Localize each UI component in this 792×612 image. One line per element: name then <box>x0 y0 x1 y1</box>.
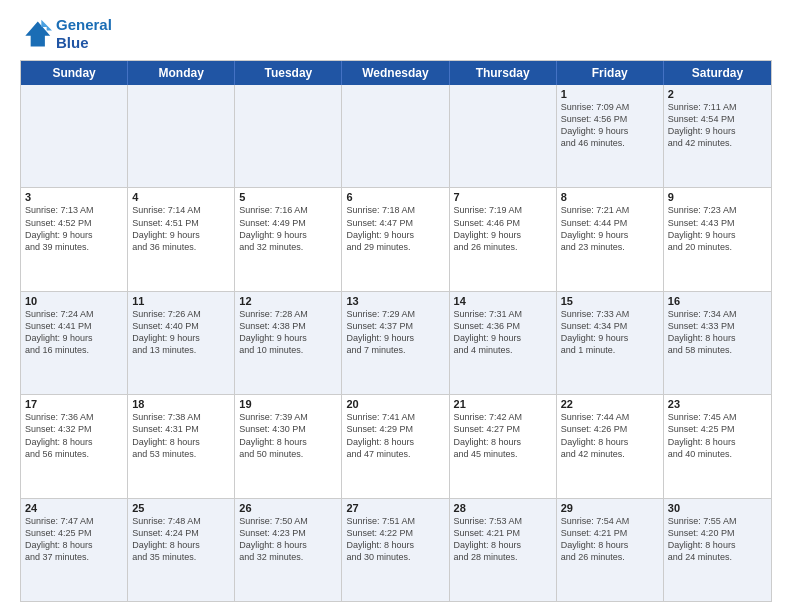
day-info: Sunrise: 7:19 AMSunset: 4:46 PMDaylight:… <box>454 204 552 253</box>
day-number: 23 <box>668 398 767 410</box>
day-info: Sunrise: 7:13 AMSunset: 4:52 PMDaylight:… <box>25 204 123 253</box>
day-cell-24: 24Sunrise: 7:47 AMSunset: 4:25 PMDayligh… <box>21 499 128 601</box>
empty-cell <box>128 85 235 187</box>
day-number: 25 <box>132 502 230 514</box>
day-info: Sunrise: 7:21 AMSunset: 4:44 PMDaylight:… <box>561 204 659 253</box>
header-day-monday: Monday <box>128 61 235 85</box>
day-info: Sunrise: 7:14 AMSunset: 4:51 PMDaylight:… <box>132 204 230 253</box>
day-info: Sunrise: 7:53 AMSunset: 4:21 PMDaylight:… <box>454 515 552 564</box>
header-day-sunday: Sunday <box>21 61 128 85</box>
day-number: 20 <box>346 398 444 410</box>
day-number: 12 <box>239 295 337 307</box>
empty-cell <box>342 85 449 187</box>
day-info: Sunrise: 7:36 AMSunset: 4:32 PMDaylight:… <box>25 411 123 460</box>
calendar-header: SundayMondayTuesdayWednesdayThursdayFrid… <box>21 61 771 85</box>
day-number: 29 <box>561 502 659 514</box>
day-number: 28 <box>454 502 552 514</box>
day-number: 4 <box>132 191 230 203</box>
day-info: Sunrise: 7:29 AMSunset: 4:37 PMDaylight:… <box>346 308 444 357</box>
day-info: Sunrise: 7:55 AMSunset: 4:20 PMDaylight:… <box>668 515 767 564</box>
day-cell-20: 20Sunrise: 7:41 AMSunset: 4:29 PMDayligh… <box>342 395 449 497</box>
day-cell-7: 7Sunrise: 7:19 AMSunset: 4:46 PMDaylight… <box>450 188 557 290</box>
day-info: Sunrise: 7:48 AMSunset: 4:24 PMDaylight:… <box>132 515 230 564</box>
day-info: Sunrise: 7:09 AMSunset: 4:56 PMDaylight:… <box>561 101 659 150</box>
header-day-wednesday: Wednesday <box>342 61 449 85</box>
day-info: Sunrise: 7:47 AMSunset: 4:25 PMDaylight:… <box>25 515 123 564</box>
day-cell-21: 21Sunrise: 7:42 AMSunset: 4:27 PMDayligh… <box>450 395 557 497</box>
day-info: Sunrise: 7:38 AMSunset: 4:31 PMDaylight:… <box>132 411 230 460</box>
day-info: Sunrise: 7:39 AMSunset: 4:30 PMDaylight:… <box>239 411 337 460</box>
day-info: Sunrise: 7:34 AMSunset: 4:33 PMDaylight:… <box>668 308 767 357</box>
day-info: Sunrise: 7:23 AMSunset: 4:43 PMDaylight:… <box>668 204 767 253</box>
day-cell-3: 3Sunrise: 7:13 AMSunset: 4:52 PMDaylight… <box>21 188 128 290</box>
day-cell-19: 19Sunrise: 7:39 AMSunset: 4:30 PMDayligh… <box>235 395 342 497</box>
day-number: 1 <box>561 88 659 100</box>
day-cell-8: 8Sunrise: 7:21 AMSunset: 4:44 PMDaylight… <box>557 188 664 290</box>
day-cell-22: 22Sunrise: 7:44 AMSunset: 4:26 PMDayligh… <box>557 395 664 497</box>
day-cell-11: 11Sunrise: 7:26 AMSunset: 4:40 PMDayligh… <box>128 292 235 394</box>
day-info: Sunrise: 7:42 AMSunset: 4:27 PMDaylight:… <box>454 411 552 460</box>
logo-icon <box>20 18 52 50</box>
logo: General Blue <box>20 16 112 52</box>
day-cell-5: 5Sunrise: 7:16 AMSunset: 4:49 PMDaylight… <box>235 188 342 290</box>
empty-cell <box>235 85 342 187</box>
day-number: 6 <box>346 191 444 203</box>
day-number: 27 <box>346 502 444 514</box>
day-cell-16: 16Sunrise: 7:34 AMSunset: 4:33 PMDayligh… <box>664 292 771 394</box>
day-number: 13 <box>346 295 444 307</box>
day-number: 10 <box>25 295 123 307</box>
header-day-friday: Friday <box>557 61 664 85</box>
day-cell-26: 26Sunrise: 7:50 AMSunset: 4:23 PMDayligh… <box>235 499 342 601</box>
day-info: Sunrise: 7:26 AMSunset: 4:40 PMDaylight:… <box>132 308 230 357</box>
header: General Blue <box>20 16 772 52</box>
day-number: 22 <box>561 398 659 410</box>
week-row-5: 24Sunrise: 7:47 AMSunset: 4:25 PMDayligh… <box>21 498 771 601</box>
day-info: Sunrise: 7:18 AMSunset: 4:47 PMDaylight:… <box>346 204 444 253</box>
day-number: 17 <box>25 398 123 410</box>
day-number: 7 <box>454 191 552 203</box>
day-info: Sunrise: 7:41 AMSunset: 4:29 PMDaylight:… <box>346 411 444 460</box>
empty-cell <box>450 85 557 187</box>
calendar: SundayMondayTuesdayWednesdayThursdayFrid… <box>20 60 772 602</box>
day-info: Sunrise: 7:45 AMSunset: 4:25 PMDaylight:… <box>668 411 767 460</box>
day-cell-14: 14Sunrise: 7:31 AMSunset: 4:36 PMDayligh… <box>450 292 557 394</box>
day-info: Sunrise: 7:33 AMSunset: 4:34 PMDaylight:… <box>561 308 659 357</box>
day-number: 5 <box>239 191 337 203</box>
week-row-2: 3Sunrise: 7:13 AMSunset: 4:52 PMDaylight… <box>21 187 771 290</box>
day-info: Sunrise: 7:24 AMSunset: 4:41 PMDaylight:… <box>25 308 123 357</box>
empty-cell <box>21 85 128 187</box>
day-cell-13: 13Sunrise: 7:29 AMSunset: 4:37 PMDayligh… <box>342 292 449 394</box>
day-number: 9 <box>668 191 767 203</box>
week-row-3: 10Sunrise: 7:24 AMSunset: 4:41 PMDayligh… <box>21 291 771 394</box>
day-cell-18: 18Sunrise: 7:38 AMSunset: 4:31 PMDayligh… <box>128 395 235 497</box>
day-cell-15: 15Sunrise: 7:33 AMSunset: 4:34 PMDayligh… <box>557 292 664 394</box>
day-number: 18 <box>132 398 230 410</box>
day-cell-27: 27Sunrise: 7:51 AMSunset: 4:22 PMDayligh… <box>342 499 449 601</box>
day-number: 3 <box>25 191 123 203</box>
day-cell-2: 2Sunrise: 7:11 AMSunset: 4:54 PMDaylight… <box>664 85 771 187</box>
day-info: Sunrise: 7:51 AMSunset: 4:22 PMDaylight:… <box>346 515 444 564</box>
day-cell-9: 9Sunrise: 7:23 AMSunset: 4:43 PMDaylight… <box>664 188 771 290</box>
day-number: 19 <box>239 398 337 410</box>
day-number: 14 <box>454 295 552 307</box>
day-info: Sunrise: 7:16 AMSunset: 4:49 PMDaylight:… <box>239 204 337 253</box>
day-cell-29: 29Sunrise: 7:54 AMSunset: 4:21 PMDayligh… <box>557 499 664 601</box>
header-day-thursday: Thursday <box>450 61 557 85</box>
day-cell-10: 10Sunrise: 7:24 AMSunset: 4:41 PMDayligh… <box>21 292 128 394</box>
day-info: Sunrise: 7:54 AMSunset: 4:21 PMDaylight:… <box>561 515 659 564</box>
day-cell-17: 17Sunrise: 7:36 AMSunset: 4:32 PMDayligh… <box>21 395 128 497</box>
day-number: 24 <box>25 502 123 514</box>
week-row-1: 1Sunrise: 7:09 AMSunset: 4:56 PMDaylight… <box>21 85 771 187</box>
day-cell-23: 23Sunrise: 7:45 AMSunset: 4:25 PMDayligh… <box>664 395 771 497</box>
day-number: 16 <box>668 295 767 307</box>
calendar-body: 1Sunrise: 7:09 AMSunset: 4:56 PMDaylight… <box>21 85 771 601</box>
header-day-saturday: Saturday <box>664 61 771 85</box>
day-number: 21 <box>454 398 552 410</box>
day-cell-4: 4Sunrise: 7:14 AMSunset: 4:51 PMDaylight… <box>128 188 235 290</box>
page: General Blue SundayMondayTuesdayWednesda… <box>0 0 792 612</box>
day-cell-25: 25Sunrise: 7:48 AMSunset: 4:24 PMDayligh… <box>128 499 235 601</box>
day-cell-12: 12Sunrise: 7:28 AMSunset: 4:38 PMDayligh… <box>235 292 342 394</box>
day-info: Sunrise: 7:11 AMSunset: 4:54 PMDaylight:… <box>668 101 767 150</box>
day-number: 15 <box>561 295 659 307</box>
logo-text: General Blue <box>56 16 112 52</box>
